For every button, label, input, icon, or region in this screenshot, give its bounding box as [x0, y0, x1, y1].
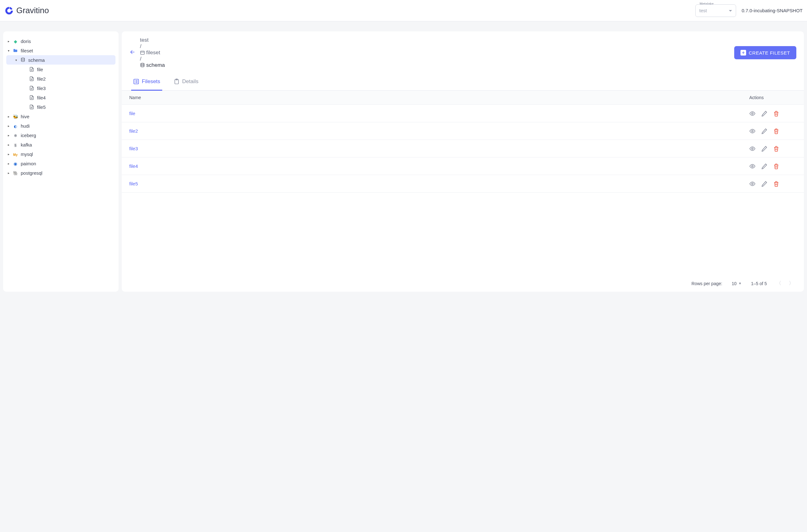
- brand-name: Gravitino: [16, 6, 49, 15]
- sidebar-item-label: iceberg: [21, 133, 36, 138]
- sidebar-item-file2[interactable]: file2: [6, 74, 115, 83]
- sidebar-item-file5[interactable]: file5: [6, 102, 115, 112]
- sidebar-item-doris[interactable]: ▸◆doris: [6, 36, 115, 46]
- metalake-select[interactable]: test: [695, 4, 736, 17]
- breadcrumb-separator: /: [140, 43, 142, 49]
- edit-icon[interactable]: [761, 163, 768, 169]
- create-button-label: CREATE FILESET: [749, 50, 790, 56]
- view-icon[interactable]: [749, 110, 755, 117]
- delete-icon[interactable]: [773, 128, 780, 134]
- version-label: 0.7.0-incubating-SNAPSHOT: [742, 8, 803, 13]
- view-icon[interactable]: [749, 128, 755, 134]
- table-header: Name Actions: [122, 91, 804, 105]
- sidebar-item-label: file3: [37, 86, 46, 91]
- delete-icon[interactable]: [773, 181, 780, 187]
- sidebar-item-label: kafka: [21, 142, 32, 148]
- sidebar-item-paimon[interactable]: ▸◉paimon: [6, 159, 115, 168]
- tab-filesets[interactable]: Filesets: [131, 74, 162, 91]
- tree-caret-icon[interactable]: ▾: [6, 48, 11, 53]
- file-icon: [29, 104, 34, 110]
- view-icon[interactable]: [749, 146, 755, 152]
- tab-details[interactable]: Details: [172, 74, 201, 91]
- tree-caret-icon[interactable]: ▸: [6, 114, 11, 118]
- content: test / fileset / schema ＋ CREATE FILESET…: [122, 31, 804, 292]
- sidebar-item-label: mysql: [21, 152, 33, 157]
- brand-logo-icon: [4, 6, 14, 15]
- chevron-down-icon: ▼: [738, 282, 742, 285]
- tree-caret-icon[interactable]: ▸: [6, 133, 11, 137]
- sidebar-item-label: file5: [37, 104, 46, 110]
- sidebar-item-mysql[interactable]: ▸Mymysql: [6, 149, 115, 159]
- edit-icon[interactable]: [761, 181, 768, 187]
- row-name-link[interactable]: file5: [129, 181, 749, 186]
- sidebar-item-label: file: [37, 67, 43, 72]
- sidebar-item-file3[interactable]: file3: [6, 83, 115, 93]
- sidebar-item-hive[interactable]: ▸🐝hive: [6, 112, 115, 121]
- breadcrumb-separator: /: [140, 56, 142, 62]
- file-icon: [29, 67, 34, 72]
- edit-icon[interactable]: [761, 128, 768, 134]
- rows-per-page-select[interactable]: 10 ▼: [732, 281, 742, 286]
- doris-icon: ◆: [14, 39, 17, 44]
- sidebar-item-label: paimon: [21, 161, 36, 166]
- tree-caret-icon[interactable]: ▸: [6, 152, 11, 156]
- metalake-select-wrap: Metalake test: [695, 4, 736, 17]
- view-icon[interactable]: [749, 163, 755, 169]
- delete-icon[interactable]: [773, 163, 780, 169]
- sidebar-item-label: hive: [21, 114, 30, 119]
- delete-icon[interactable]: [773, 146, 780, 152]
- hive-icon: 🐝: [13, 114, 18, 119]
- fileset-icon: [140, 50, 145, 55]
- tree-caret-icon[interactable]: ▸: [6, 39, 11, 43]
- sidebar-item-file4[interactable]: file4: [6, 93, 115, 102]
- tree-caret-icon[interactable]: ▸: [6, 124, 11, 128]
- breadcrumb-label: schema: [146, 62, 165, 69]
- delete-icon[interactable]: [773, 110, 780, 117]
- breadcrumb-schema: schema: [140, 62, 165, 69]
- filesets-tab-icon: [133, 78, 139, 85]
- rows-per-page-label: Rows per page:: [692, 281, 722, 286]
- sidebar-item-postgresql[interactable]: ▸🐘postgresql: [6, 168, 115, 177]
- kafka-icon: §: [14, 142, 17, 148]
- sidebar-item-label: file2: [37, 76, 46, 81]
- tabs: FilesetsDetails: [122, 74, 804, 91]
- edit-icon[interactable]: [761, 146, 768, 152]
- sidebar-item-kafka[interactable]: ▸§kafka: [6, 140, 115, 149]
- page-range: 1–5 of 5: [751, 281, 767, 286]
- sidebar-item-file[interactable]: file: [6, 64, 115, 74]
- sidebar-item-fileset[interactable]: ▾fileset: [6, 46, 115, 55]
- hudi-icon: ◐: [14, 123, 17, 129]
- breadcrumb-test[interactable]: test: [140, 37, 165, 43]
- breadcrumb-fileset[interactable]: fileset: [140, 50, 165, 56]
- tree-caret-icon[interactable]: ▸: [6, 171, 11, 175]
- topbar: Gravitino Metalake test 0.7.0-incubating…: [0, 0, 807, 21]
- back-button[interactable]: [129, 49, 135, 57]
- iceberg-icon: ❄: [14, 133, 17, 138]
- sidebar-item-iceberg[interactable]: ▸❄iceberg: [6, 131, 115, 140]
- create-fileset-button[interactable]: ＋ CREATE FILESET: [734, 46, 796, 59]
- prev-page-button[interactable]: 〈: [776, 280, 781, 287]
- file-icon: [29, 86, 34, 91]
- row-name-link[interactable]: file2: [129, 128, 749, 134]
- sidebar: ▸◆doris▾fileset▾schemafilefile2file3file…: [3, 31, 118, 292]
- row-name-link[interactable]: file4: [129, 164, 749, 169]
- file-icon: [29, 95, 34, 100]
- row-name-link[interactable]: file: [129, 111, 749, 116]
- breadcrumb-label: test: [140, 37, 148, 43]
- tree-caret-icon[interactable]: ▸: [6, 142, 11, 147]
- pager: Rows per page: 10 ▼ 1–5 of 5 〈 〉: [122, 275, 804, 292]
- brand[interactable]: Gravitino: [4, 6, 49, 15]
- sidebar-item-hudi[interactable]: ▸◐hudi: [6, 121, 115, 131]
- metalake-value: test: [699, 8, 707, 13]
- edit-icon[interactable]: [761, 110, 768, 117]
- view-icon[interactable]: [749, 181, 755, 187]
- file-icon: [29, 76, 34, 81]
- next-page-button[interactable]: 〉: [789, 280, 794, 287]
- breadcrumb-label: fileset: [146, 50, 160, 56]
- tree-caret-icon[interactable]: ▸: [6, 161, 11, 166]
- sidebar-item-label: hudi: [21, 123, 30, 129]
- row-name-link[interactable]: file3: [129, 146, 749, 151]
- folder-icon: [13, 48, 18, 53]
- tree-caret-icon[interactable]: ▾: [14, 58, 18, 62]
- sidebar-item-schema[interactable]: ▾schema: [6, 55, 115, 64]
